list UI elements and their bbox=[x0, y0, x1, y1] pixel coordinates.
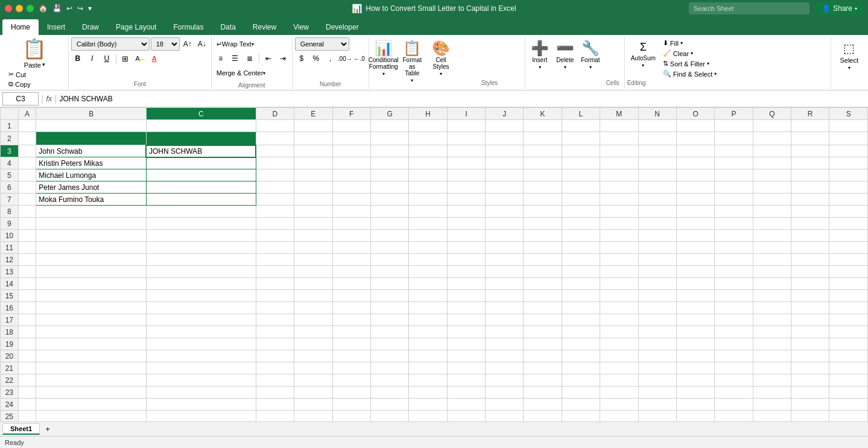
cell-E18[interactable] bbox=[294, 326, 332, 338]
cell-C10[interactable] bbox=[146, 230, 256, 242]
cell-E10[interactable] bbox=[294, 230, 332, 242]
cell-L6[interactable] bbox=[562, 181, 600, 194]
cell-H18[interactable] bbox=[409, 326, 447, 338]
autosum-dropdown[interactable]: ▾ bbox=[642, 63, 644, 68]
cell-Q12[interactable] bbox=[753, 254, 791, 266]
cell-A6[interactable] bbox=[18, 181, 36, 194]
cell-J22[interactable] bbox=[486, 374, 524, 386]
cell-Q18[interactable] bbox=[753, 326, 791, 338]
cell-R19[interactable] bbox=[791, 338, 829, 350]
cell-M2[interactable] bbox=[600, 132, 638, 145]
cell-F24[interactable] bbox=[332, 399, 370, 411]
cell-Q7[interactable] bbox=[753, 194, 791, 206]
wrap-text-dropdown[interactable]: ▾ bbox=[252, 42, 254, 47]
cell-K5[interactable] bbox=[524, 169, 562, 181]
cell-H11[interactable] bbox=[409, 242, 447, 254]
cell-O9[interactable] bbox=[676, 218, 714, 230]
cell-J12[interactable] bbox=[486, 254, 524, 266]
cell-P4[interactable] bbox=[715, 157, 753, 169]
cell-K13[interactable] bbox=[524, 266, 562, 278]
cell-N9[interactable] bbox=[638, 218, 676, 230]
cell-K16[interactable] bbox=[524, 302, 562, 314]
cell-E16[interactable] bbox=[294, 302, 332, 314]
cell-O7[interactable] bbox=[676, 194, 714, 206]
sheet-tab-sheet1[interactable]: Sheet1 bbox=[2, 423, 40, 435]
cell-F5[interactable] bbox=[332, 169, 370, 181]
cell-E15[interactable] bbox=[294, 290, 332, 302]
cell-R5[interactable] bbox=[791, 169, 829, 181]
row-header-12[interactable]: 12 bbox=[1, 254, 19, 266]
cell-K10[interactable] bbox=[524, 230, 562, 242]
cell-G18[interactable] bbox=[370, 326, 408, 338]
cell-S6[interactable] bbox=[829, 181, 868, 194]
row-header-1[interactable]: 1 bbox=[1, 120, 19, 132]
cell-C24[interactable] bbox=[146, 399, 256, 411]
cell-F12[interactable] bbox=[332, 254, 370, 266]
cell-N24[interactable] bbox=[638, 399, 676, 411]
cell-K6[interactable] bbox=[524, 181, 562, 194]
cell-Q2[interactable] bbox=[753, 132, 791, 145]
cell-O17[interactable] bbox=[676, 314, 714, 326]
cell-J16[interactable] bbox=[486, 302, 524, 314]
col-header-K[interactable]: K bbox=[524, 108, 562, 120]
row-header-3[interactable]: 3 bbox=[1, 145, 19, 157]
cell-B11[interactable] bbox=[36, 242, 147, 254]
cell-I1[interactable] bbox=[447, 120, 485, 132]
cell-C6[interactable] bbox=[146, 181, 256, 194]
cell-J3[interactable] bbox=[486, 145, 524, 157]
format-dropdown[interactable]: ▾ bbox=[589, 65, 592, 70]
cell-I7[interactable] bbox=[447, 194, 485, 206]
cell-F10[interactable] bbox=[332, 230, 370, 242]
cell-B12[interactable] bbox=[36, 254, 147, 266]
cell-E13[interactable] bbox=[294, 266, 332, 278]
cell-M5[interactable] bbox=[600, 169, 638, 181]
cell-Q23[interactable] bbox=[753, 386, 791, 399]
cell-H3[interactable] bbox=[409, 145, 447, 157]
autosum-button[interactable]: Σ AutoSum ▾ bbox=[627, 39, 659, 78]
cell-H2[interactable] bbox=[409, 132, 447, 145]
tab-data[interactable]: Data bbox=[212, 19, 244, 35]
row-header-25[interactable]: 25 bbox=[1, 411, 19, 422]
col-header-I[interactable]: I bbox=[447, 108, 485, 120]
cell-C17[interactable] bbox=[146, 314, 256, 326]
cell-S14[interactable] bbox=[829, 278, 868, 290]
cell-J17[interactable] bbox=[486, 314, 524, 326]
cell-A22[interactable] bbox=[18, 374, 36, 386]
cell-D15[interactable] bbox=[256, 290, 294, 302]
cell-D11[interactable] bbox=[256, 242, 294, 254]
tab-insert[interactable]: Insert bbox=[39, 19, 74, 35]
cell-S5[interactable] bbox=[829, 169, 868, 181]
cell-I10[interactable] bbox=[447, 230, 485, 242]
cell-P10[interactable] bbox=[715, 230, 753, 242]
cell-K2[interactable] bbox=[524, 132, 562, 145]
cell-K20[interactable] bbox=[524, 350, 562, 362]
increase-font-button[interactable]: A↑ bbox=[181, 37, 194, 51]
row-header-2[interactable]: 2 bbox=[1, 132, 19, 145]
wrap-text-button[interactable]: ↵ Wrap Text ▾ bbox=[214, 37, 256, 51]
cell-N5[interactable] bbox=[638, 169, 676, 181]
share-button[interactable]: 👤 Share ▾ bbox=[816, 2, 863, 14]
cell-G14[interactable] bbox=[370, 278, 408, 290]
cell-H9[interactable] bbox=[409, 218, 447, 230]
cell-H13[interactable] bbox=[409, 266, 447, 278]
cell-F9[interactable] bbox=[332, 218, 370, 230]
cell-C5[interactable] bbox=[146, 169, 256, 181]
cell-N11[interactable] bbox=[638, 242, 676, 254]
cell-D3[interactable] bbox=[256, 145, 294, 157]
cell-A17[interactable] bbox=[18, 314, 36, 326]
cell-Q5[interactable] bbox=[753, 169, 791, 181]
cell-M18[interactable] bbox=[600, 326, 638, 338]
cell-L9[interactable] bbox=[562, 218, 600, 230]
cell-A14[interactable] bbox=[18, 278, 36, 290]
row-header-24[interactable]: 24 bbox=[1, 399, 19, 411]
cell-A20[interactable] bbox=[18, 350, 36, 362]
cell-M6[interactable] bbox=[600, 181, 638, 194]
cell-G17[interactable] bbox=[370, 314, 408, 326]
cell-A18[interactable] bbox=[18, 326, 36, 338]
fill-color-button[interactable]: A▬ bbox=[133, 52, 147, 65]
cell-O13[interactable] bbox=[676, 266, 714, 278]
cell-L17[interactable] bbox=[562, 314, 600, 326]
cell-H12[interactable] bbox=[409, 254, 447, 266]
col-header-J[interactable]: J bbox=[486, 108, 524, 120]
cell-Q6[interactable] bbox=[753, 181, 791, 194]
